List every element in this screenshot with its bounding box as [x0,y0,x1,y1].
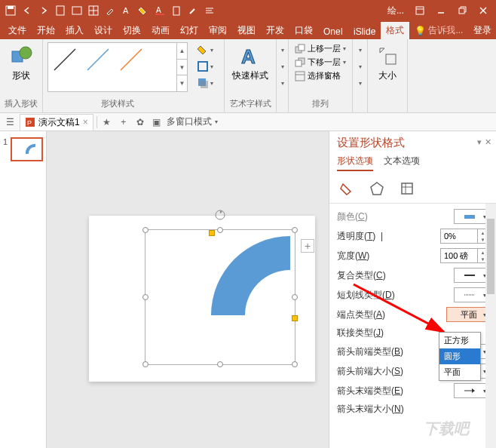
size-props-icon[interactable] [399,180,415,197]
close-icon[interactable] [473,3,493,18]
qat-redo-icon[interactable] [36,3,51,18]
pane-tab-text[interactable]: 文本选项 [384,155,420,171]
tab-animation[interactable]: 动画 [146,22,175,39]
adjust-handle-2[interactable] [292,315,298,321]
tab-home[interactable]: 开始 [32,22,60,39]
svg-text:A: A [241,45,256,68]
compound-combo[interactable]: ▾ [454,268,488,283]
tab-transition[interactable]: 切换 [118,22,146,39]
qat-undo-icon[interactable] [20,3,35,18]
adjust-handle-1[interactable] [209,230,215,236]
size-icon [375,44,400,68]
tab-insert[interactable]: 插入 [60,22,89,39]
multi-window-icon[interactable]: ▣ [150,115,164,129]
handle-w[interactable] [142,294,148,300]
slide-canvas[interactable]: + [47,131,329,448]
svg-rect-1 [8,6,14,9]
tab-developer[interactable]: 开发 [261,22,289,39]
shape-style-gallery[interactable]: ▲▼▼ [47,42,188,92]
color-combo[interactable]: ▾ [454,209,488,224]
tab-pocket[interactable]: 口袋 [289,22,318,39]
align-button[interactable]: ▾ [354,42,366,57]
handle-sw[interactable] [142,361,148,367]
tab-islide[interactable]: iSlide [348,24,381,39]
send-backward-button[interactable]: 下移一层▾ [293,56,348,69]
group-button[interactable]: ▾ [354,59,366,74]
qat-brush-icon[interactable] [185,3,201,18]
document-tab[interactable]: P 演示文稿1 × [20,114,93,130]
dropdown-square[interactable]: 正方形 [439,333,480,348]
tab-slideshow[interactable]: 幻灯 [175,22,204,39]
qat-eyedropper-icon[interactable] [103,3,118,18]
slide-thumbnail[interactable]: 1 [3,137,43,161]
text-outline-button[interactable]: ▾ [277,59,288,74]
tab-review[interactable]: 审阅 [204,22,232,39]
handle-nw[interactable] [142,227,148,233]
shapes-button[interactable]: 形状 [6,42,36,84]
tab-design[interactable]: 设计 [89,22,118,39]
text-fill-button[interactable]: ▾ [277,42,288,57]
login-button[interactable]: 登录 [468,22,496,39]
pane-close-icon[interactable]: ✕ [485,137,491,147]
doc-menu-icon[interactable]: ☰ [3,115,17,129]
bring-forward-button[interactable]: 上移一层▾ [293,42,348,55]
selection-pane-button[interactable]: 选择窗格 [293,69,348,82]
rotate-handle[interactable] [214,209,226,221]
tab-format[interactable]: 格式 [381,22,409,39]
minimize-icon[interactable] [431,3,451,18]
dash-combo[interactable]: ▾ [454,287,488,302]
handle-s[interactable] [217,361,223,367]
restore-icon[interactable] [452,3,472,18]
selection-box[interactable]: + [145,229,295,365]
transparency-input[interactable]: 0%▲▼ [440,229,488,244]
add-tab-icon[interactable]: + [117,115,130,129]
arc-shape[interactable] [207,232,294,319]
qat-text-color-icon[interactable]: A [152,3,167,18]
dropdown-round[interactable]: 圆形 [439,348,480,364]
size-button[interactable]: 大小 [372,42,403,84]
tab-file[interactable]: 文件 [3,22,32,39]
qat-table-icon[interactable] [86,3,101,18]
cap-combo[interactable]: 平面▾ [446,307,488,322]
svg-rect-27 [201,81,208,88]
window-buttons [410,3,493,18]
gallery-scroll[interactable]: ▲▼▼ [176,43,187,91]
prop-cap-label: 端点类型(A) [337,308,442,321]
multi-window-label[interactable]: 多窗口模式 [167,115,212,128]
qat-align-icon[interactable] [202,3,217,18]
quick-styles-button[interactable]: A 快速样式 [229,42,271,84]
tell-me[interactable]: 💡告诉我... [409,22,468,39]
layout-options-icon[interactable]: + [301,239,314,253]
shape-outline-button[interactable]: ▾ [191,59,219,74]
arrow-end-type-combo[interactable]: ▾ [454,383,488,398]
qat-new-icon[interactable] [53,3,68,18]
pane-tab-shape[interactable]: 形状选项 [337,155,373,171]
ribbon-options-icon[interactable] [410,3,430,18]
qat-paste-icon[interactable] [169,3,184,18]
pane-scrollbar[interactable] [485,204,496,448]
fill-line-icon[interactable] [338,180,355,197]
text-effects-button[interactable]: ▾ [277,75,288,91]
document-tabs: ☰ P 演示文稿1 × ★ + ✿ ▣ 多窗口模式 ▾ [0,113,496,131]
tab-onekey[interactable]: OneI [318,24,348,39]
rotate-button[interactable]: ▾ [354,75,366,91]
svg-rect-33 [295,72,305,81]
format-shape-pane: 设置形状格式 ▾ ✕ 形状选项 文本选项 颜色(C) ▾ 透明度(T) | 0%… [329,131,496,448]
handle-se[interactable] [292,361,298,367]
star-icon[interactable]: ★ [100,115,114,129]
qat-save-icon[interactable] [3,3,18,18]
qat-preview-icon[interactable] [69,3,84,18]
qat-fill-icon[interactable] [136,3,151,18]
qat-font-icon[interactable]: A [119,3,134,18]
pane-menu-icon[interactable]: ▾ [477,137,482,147]
effects-icon[interactable] [369,180,385,197]
dropdown-flat[interactable]: 平面 [439,364,480,380]
width-input[interactable]: 100 磅▲▼ [440,248,488,263]
shape-effects-button[interactable]: ▾ [191,75,219,91]
gear-icon[interactable]: ✿ [133,115,147,129]
doc-close-icon[interactable]: × [83,117,88,127]
prop-arrow-es-label: 箭头末端大小(N) [337,403,488,416]
shape-fill-button[interactable]: ▾ [191,42,219,57]
tab-view[interactable]: 视图 [232,22,261,39]
wordart-icon: A [238,44,262,68]
